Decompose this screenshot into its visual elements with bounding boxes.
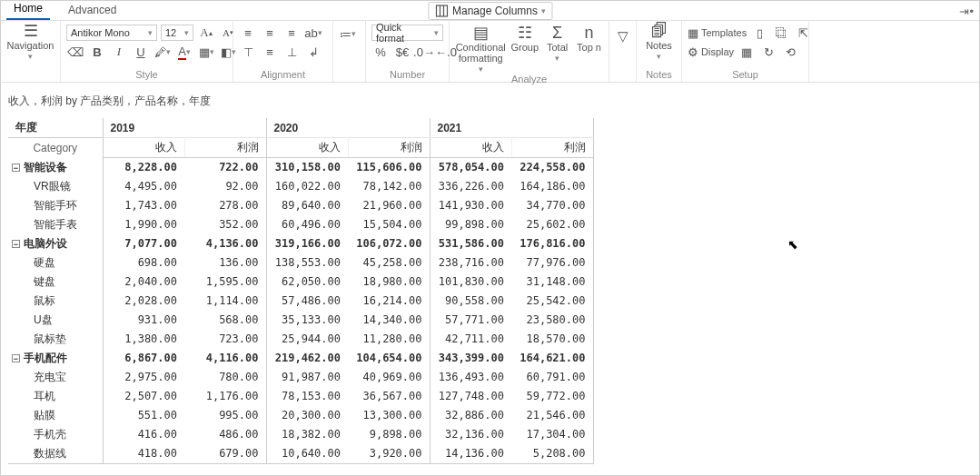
percent-button[interactable]: % bbox=[371, 44, 390, 60]
align-top-button[interactable]: ⊤ bbox=[239, 44, 257, 60]
topn-button[interactable]: n Top n bbox=[575, 25, 603, 53]
data-cell[interactable]: 698.00 bbox=[103, 253, 184, 273]
data-cell[interactable]: 59,772.00 bbox=[511, 387, 593, 406]
data-cell[interactable]: 164,621.00 bbox=[511, 349, 593, 368]
data-cell[interactable]: 4,116.00 bbox=[184, 349, 266, 368]
data-cell[interactable]: 3,920.00 bbox=[348, 444, 430, 464]
export-button[interactable]: ⇱ bbox=[794, 25, 812, 41]
data-cell[interactable]: 995.00 bbox=[184, 406, 266, 425]
data-cell[interactable]: 164,186.00 bbox=[511, 177, 593, 196]
data-cell[interactable]: 1,990.00 bbox=[103, 215, 184, 234]
data-cell[interactable]: 343,399.00 bbox=[430, 349, 511, 368]
data-cell[interactable]: 418.00 bbox=[103, 444, 184, 464]
data-cell[interactable]: 11,280.00 bbox=[348, 330, 430, 349]
data-cell[interactable]: 13,300.00 bbox=[348, 406, 430, 425]
data-cell[interactable]: 176,816.00 bbox=[511, 234, 593, 253]
data-cell[interactable]: 1,114.00 bbox=[184, 292, 266, 311]
year-col-2020[interactable]: 2020 bbox=[266, 118, 430, 138]
data-cell[interactable]: 78,142.00 bbox=[348, 177, 430, 196]
display-button[interactable]: ⚙Display bbox=[688, 44, 734, 60]
data-cell[interactable]: 722.00 bbox=[184, 158, 266, 177]
data-cell[interactable]: 35,133.00 bbox=[266, 311, 348, 330]
data-cell[interactable]: 31,148.00 bbox=[511, 273, 593, 292]
data-cell[interactable]: 8,228.00 bbox=[103, 158, 184, 177]
data-cell[interactable]: 42,711.00 bbox=[430, 330, 511, 349]
currency-button[interactable]: $€ bbox=[393, 44, 411, 60]
data-cell[interactable]: 18,980.00 bbox=[348, 273, 430, 292]
align-bottom-button[interactable]: ⊥ bbox=[282, 44, 301, 60]
data-cell[interactable]: 310,158.00 bbox=[266, 158, 348, 177]
data-cell[interactable]: 238,716.00 bbox=[430, 253, 511, 273]
data-cell[interactable]: 319,166.00 bbox=[266, 234, 348, 253]
measure-header[interactable]: 收入 bbox=[266, 138, 348, 158]
data-cell[interactable]: 92.00 bbox=[184, 177, 266, 196]
data-row[interactable]: 鼠标2,028.001,114.0057,486.0016,214.0090,5… bbox=[8, 292, 593, 311]
align-left-button[interactable]: ≡ bbox=[239, 25, 257, 41]
data-cell[interactable]: 1,380.00 bbox=[103, 330, 184, 349]
data-cell[interactable]: 17,304.00 bbox=[511, 425, 593, 444]
data-row[interactable]: 键盘2,040.001,595.0062,050.0018,980.00101,… bbox=[8, 273, 593, 292]
data-cell[interactable]: 486.00 bbox=[184, 425, 266, 444]
data-cell[interactable]: 931.00 bbox=[103, 311, 184, 330]
measure-header[interactable]: 利润 bbox=[184, 138, 266, 158]
data-cell[interactable]: 32,886.00 bbox=[430, 406, 511, 425]
data-cell[interactable]: 99,898.00 bbox=[430, 215, 511, 234]
collapse-icon[interactable]: − bbox=[12, 164, 20, 172]
font-color-button[interactable]: A▾ bbox=[175, 44, 193, 60]
refresh-button[interactable]: ↻ bbox=[759, 44, 777, 60]
data-cell[interactable]: 23,580.00 bbox=[511, 311, 593, 330]
clear-format-button[interactable]: ⌫ bbox=[66, 44, 84, 60]
notes-button[interactable]: 🗐 Notes▾ bbox=[642, 23, 676, 61]
data-cell[interactable]: 7,077.00 bbox=[103, 234, 184, 253]
data-row[interactable]: 贴膜551.00995.0020,300.0013,300.0032,886.0… bbox=[8, 406, 593, 425]
data-cell[interactable]: 352.00 bbox=[184, 215, 266, 234]
data-cell[interactable]: 25,944.00 bbox=[266, 330, 348, 349]
data-row[interactable]: 充电宝2,975.00780.0091,987.0040,969.00136,4… bbox=[8, 368, 593, 387]
underline-button[interactable]: U bbox=[132, 44, 150, 60]
orientation-button[interactable]: ab▾ bbox=[304, 25, 322, 41]
data-row[interactable]: 智能手表1,990.00352.0060,496.0015,504.0099,8… bbox=[8, 215, 593, 234]
templates-button[interactable]: ▦Templates bbox=[688, 25, 747, 41]
data-cell[interactable]: 15,504.00 bbox=[348, 215, 430, 234]
tab-home[interactable]: Home bbox=[6, 0, 50, 20]
data-cell[interactable]: 115,606.00 bbox=[348, 158, 430, 177]
align-right-button[interactable]: ≡ bbox=[282, 25, 301, 41]
group-button[interactable]: ☷ Group bbox=[510, 25, 539, 53]
data-cell[interactable]: 78,153.00 bbox=[266, 387, 348, 406]
data-cell[interactable]: 62,050.00 bbox=[266, 273, 348, 292]
data-cell[interactable]: 60,791.00 bbox=[511, 368, 593, 387]
data-cell[interactable]: 25,602.00 bbox=[511, 215, 593, 234]
data-cell[interactable]: 106,072.00 bbox=[348, 234, 430, 253]
data-cell[interactable]: 2,507.00 bbox=[103, 387, 184, 406]
data-cell[interactable]: 45,258.00 bbox=[348, 253, 430, 273]
italic-button[interactable]: I bbox=[110, 44, 128, 60]
data-cell[interactable]: 77,976.00 bbox=[511, 253, 593, 273]
data-cell[interactable]: 21,960.00 bbox=[348, 196, 430, 215]
bullet-list-button[interactable]: ≔▾ bbox=[339, 25, 357, 42]
data-cell[interactable]: 416.00 bbox=[103, 425, 184, 444]
data-cell[interactable]: 2,975.00 bbox=[103, 368, 184, 387]
data-cell[interactable]: 219,462.00 bbox=[266, 349, 348, 368]
data-cell[interactable]: 20,300.00 bbox=[266, 406, 348, 425]
data-cell[interactable]: 90,558.00 bbox=[430, 292, 511, 311]
data-cell[interactable]: 2,028.00 bbox=[103, 292, 184, 311]
data-row[interactable]: 硬盘698.00136.00138,553.0045,258.00238,716… bbox=[8, 253, 593, 273]
quick-format-select[interactable]: Quick format▾ bbox=[371, 25, 443, 41]
navigation-button[interactable]: ☰ Navigation ▾ bbox=[6, 23, 54, 61]
show-hide-button[interactable]: ▦ bbox=[737, 44, 756, 60]
year-col-2019[interactable]: 2019 bbox=[103, 118, 266, 138]
data-cell[interactable]: 4,136.00 bbox=[184, 234, 266, 253]
reset-button[interactable]: ⟲ bbox=[781, 44, 799, 60]
data-cell[interactable]: 224,558.00 bbox=[511, 158, 593, 177]
increase-decimal-button[interactable]: .0→ bbox=[415, 44, 433, 60]
data-cell[interactable]: 531,586.00 bbox=[430, 234, 511, 253]
data-cell[interactable]: 5,208.00 bbox=[511, 444, 593, 464]
page-setup-button[interactable]: ▯ bbox=[750, 25, 768, 41]
total-button[interactable]: Σ Total▾ bbox=[543, 25, 571, 63]
measure-header[interactable]: 收入 bbox=[430, 138, 511, 158]
bold-button[interactable]: B bbox=[88, 44, 106, 60]
data-cell[interactable]: 60,496.00 bbox=[266, 215, 348, 234]
manage-columns-button[interactable]: Manage Columns ▾ bbox=[428, 2, 552, 20]
data-cell[interactable]: 18,382.00 bbox=[266, 425, 348, 444]
data-row[interactable]: 数据线418.00679.0010,640.003,920.0014,136.0… bbox=[8, 444, 593, 464]
